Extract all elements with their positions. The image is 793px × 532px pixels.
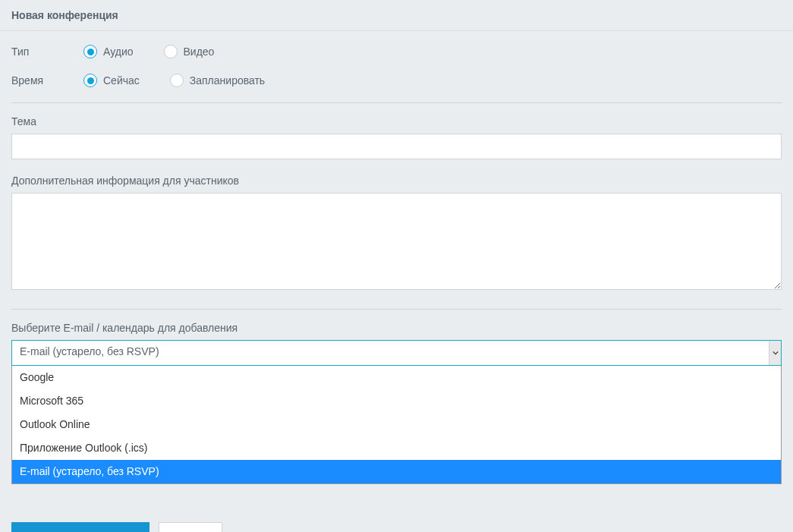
subject-label: Тема [11,115,782,127]
row-time: Время Сейчас Запланировать [11,74,782,87]
dialog-header: Новая конференция [0,0,793,31]
calendar-option-m365[interactable]: Microsoft 365 [12,389,781,413]
type-radio-group: Аудио Видео [83,45,214,58]
radio-icon [164,45,178,58]
radio-type-video[interactable]: Видео [164,45,215,58]
calendar-select[interactable]: E-mail (устарело, без RSVP) [11,340,782,366]
radio-icon [170,74,184,87]
dialog-actions: Создать конференцию Отмена [11,522,782,532]
calendar-option-email[interactable]: E-mail (устарело, без RSVP) [12,460,781,483]
calendar-option-google[interactable]: Google [12,366,781,389]
radio-time-now[interactable]: Сейчас [83,74,140,87]
calendar-selected-value: E-mail (устарело, без RSVP) [20,345,159,357]
subject-input[interactable] [11,134,782,159]
radio-label: Видео [184,46,215,58]
radio-label: Запланировать [190,74,265,87]
time-radio-group: Сейчас Запланировать [83,74,265,87]
radio-icon [83,74,97,87]
dialog-body: Тип Аудио Видео Время Сейчас Запланирова… [0,31,793,532]
calendar-option-outlook-online[interactable]: Outlook Online [12,413,781,436]
cancel-button[interactable]: Отмена [159,522,222,532]
info-textarea[interactable] [11,193,782,290]
time-label: Время [11,74,83,87]
row-type: Тип Аудио Видео [11,45,782,58]
info-label: Дополнительная информация для участников [11,175,782,187]
divider [11,309,782,310]
radio-type-audio[interactable]: Аудио [83,45,134,58]
calendar-dropdown: Google Microsoft 365 Outlook Online Прил… [11,366,782,484]
radio-label: Аудио [103,46,134,58]
calendar-label: Выберите E-mail / календарь для добавлен… [11,322,782,334]
type-label: Тип [11,46,83,58]
divider [11,102,782,103]
radio-icon [83,45,97,58]
radio-label: Сейчас [103,74,140,87]
dialog-title: Новая конференция [11,9,118,21]
calendar-select-wrapper: E-mail (устарело, без RSVP) Google Micro… [11,340,782,484]
radio-time-schedule[interactable]: Запланировать [170,74,265,87]
create-button[interactable]: Создать конференцию [11,522,149,532]
calendar-option-outlook-ics[interactable]: Приложение Outlook (.ics) [12,436,781,460]
